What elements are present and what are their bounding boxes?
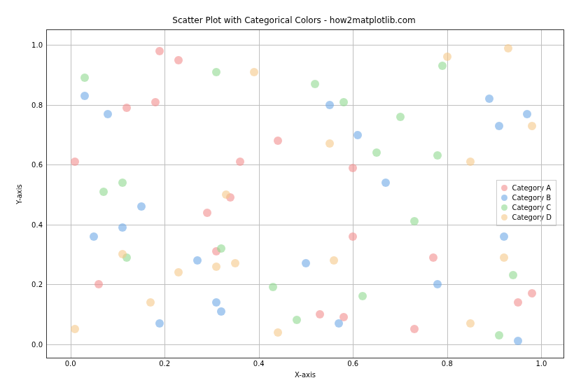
scatter-point [528, 289, 536, 298]
scatter-point [410, 325, 419, 333]
x-axis-label: X-axis [46, 371, 564, 379]
scatter-point [396, 113, 405, 121]
scatter-point [335, 319, 343, 328]
scatter-point [509, 271, 517, 279]
scatter-point [155, 47, 164, 55]
scatter-point [495, 122, 503, 130]
scatter-point [382, 178, 390, 187]
scatter-point [326, 101, 334, 109]
legend: Category ACategory BCategory CCategory D [496, 180, 556, 226]
grid-line-vertical [164, 30, 165, 358]
legend-label: Category A [512, 184, 551, 192]
scatter-point [326, 139, 334, 148]
scatter-point [466, 319, 475, 328]
legend-item: Category D [501, 213, 552, 223]
scatter-point [523, 110, 531, 118]
y-axis-label: Y-axis [15, 184, 23, 204]
scatter-point [151, 98, 160, 106]
scatter-point [514, 298, 522, 307]
y-tick-label: 0.0 [31, 340, 43, 348]
scatter-point [372, 148, 381, 157]
scatter-point [466, 158, 475, 166]
grid-line-horizontal [47, 344, 564, 345]
x-tick-label: 0.0 [65, 360, 76, 368]
grid-line-vertical [259, 30, 260, 358]
scatter-point [269, 283, 277, 291]
scatter-point [94, 280, 103, 288]
legend-item: Category A [501, 183, 552, 193]
scatter-point [528, 122, 536, 130]
legend-label: Category C [512, 204, 551, 211]
x-tick-label: 0.4 [253, 360, 265, 368]
scatter-point [250, 68, 258, 76]
legend-item: Category C [501, 203, 552, 213]
scatter-point [122, 104, 131, 112]
scatter-point [433, 280, 442, 288]
legend-swatch-icon [501, 185, 507, 191]
scatter-point [155, 319, 164, 328]
scatter-point [349, 232, 357, 241]
scatter-point [222, 190, 230, 199]
y-tick-label: 1.0 [31, 41, 43, 49]
y-tick-label: 0.6 [31, 161, 43, 169]
scatter-point [443, 52, 451, 61]
x-tick-label: 0.8 [442, 360, 453, 368]
scatter-point [293, 316, 301, 324]
y-tick-label: 0.4 [31, 220, 43, 228]
legend-swatch-icon [501, 204, 507, 211]
legend-label: Category B [512, 194, 551, 202]
legend-swatch-icon [501, 214, 507, 220]
legend-label: Category D [512, 214, 552, 221]
scatter-point [146, 298, 155, 307]
chart-title: Scatter Plot with Categorical Colors - h… [0, 15, 588, 25]
scatter-point [80, 92, 89, 100]
scatter-point [118, 223, 127, 232]
scatter-point [429, 253, 438, 262]
scatter-point [340, 98, 348, 106]
scatter-point [118, 250, 127, 258]
scatter-point [410, 217, 419, 225]
scatter-point [504, 44, 512, 52]
scatter-point [217, 307, 225, 316]
scatter-point [485, 94, 493, 103]
scatter-point [217, 244, 225, 253]
scatter-point [274, 136, 282, 145]
scatter-point [137, 202, 146, 211]
scatter-point [212, 298, 220, 307]
scatter-point [99, 188, 108, 196]
scatter-point [80, 74, 89, 82]
figure: Scatter Plot with Categorical Colors - h… [0, 0, 588, 392]
scatter-point [311, 80, 319, 88]
y-tick-label: 0.2 [31, 281, 43, 288]
x-tick-label: 0.2 [159, 360, 170, 368]
grid-line-vertical [447, 30, 448, 358]
scatter-point [433, 151, 442, 160]
scatter-point [71, 158, 79, 166]
scatter-point [174, 56, 183, 64]
grid-line-vertical [541, 30, 542, 358]
scatter-point [349, 164, 357, 172]
plot-area: Category ACategory BCategory CCategory D… [46, 29, 564, 358]
scatter-point [203, 209, 211, 217]
scatter-point [236, 158, 244, 166]
grid-line-horizontal [47, 284, 564, 285]
y-axis-label-container: Y-axis [14, 29, 24, 358]
scatter-point [358, 292, 367, 300]
scatter-point [193, 256, 202, 265]
scatter-point [231, 259, 239, 267]
scatter-point [174, 268, 183, 276]
scatter-point [354, 131, 362, 139]
grid-line-horizontal [47, 45, 564, 46]
scatter-point [500, 232, 508, 241]
scatter-point [330, 256, 338, 265]
legend-swatch-icon [501, 195, 507, 201]
y-tick-label: 0.8 [31, 101, 43, 108]
scatter-point [316, 310, 324, 318]
scatter-point [212, 262, 220, 271]
scatter-point [495, 331, 503, 340]
grid-line-vertical [353, 30, 354, 358]
scatter-point [438, 62, 447, 70]
scatter-point [514, 337, 522, 345]
scatter-point [302, 259, 310, 267]
scatter-point [500, 253, 508, 262]
